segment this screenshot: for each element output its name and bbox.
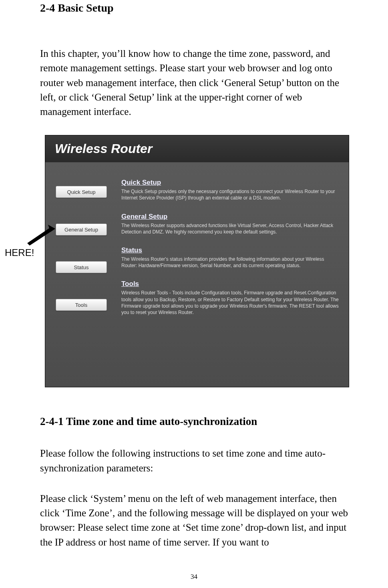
screenshot-container: HERE! Wireless Router Quick Setup Genera… (45, 135, 352, 387)
screenshot-body: Quick Setup General Setup Status Tools Q… (45, 163, 349, 387)
general-setup-link[interactable]: General Setup (121, 213, 341, 221)
subsection-heading: 2-4-1 Time zone and time auto-synchroniz… (40, 415, 352, 428)
tools-link[interactable]: Tools (121, 280, 341, 288)
section-quick-setup: Quick Setup The Quick Setup provides onl… (121, 179, 341, 201)
router-screenshot: Wireless Router Quick Setup General Setu… (45, 135, 349, 387)
section-heading: 2-4 Basic Setup (40, 2, 352, 14)
annotation-here: HERE! (5, 247, 34, 258)
section-tools: Tools Wireless Router Tools - Tools incl… (121, 280, 341, 316)
quick-setup-button[interactable]: Quick Setup (56, 186, 107, 198)
section-status: Status The Wireless Router's status info… (121, 246, 341, 269)
screenshot-content: Quick Setup The Quick Setup provides onl… (113, 179, 349, 375)
status-button[interactable]: Status (56, 261, 107, 273)
status-desc: The Wireless Router's status information… (121, 256, 341, 269)
general-setup-button[interactable]: General Setup (56, 224, 107, 236)
svg-marker-1 (27, 228, 53, 246)
tools-desc: Wireless Router Tools - Tools include Co… (121, 290, 341, 316)
screenshot-title: Wireless Router (55, 141, 152, 156)
section-general-setup: General Setup The Wireless Router suppor… (121, 213, 341, 235)
page-number: 34 (0, 573, 388, 581)
tools-button[interactable]: Tools (56, 299, 107, 311)
screenshot-header: Wireless Router (45, 135, 349, 163)
paragraph-2: Please follow the following instructions… (40, 446, 352, 475)
quick-setup-desc: The Quick Setup provides only the necess… (121, 188, 341, 201)
quick-setup-link[interactable]: Quick Setup (121, 179, 341, 187)
intro-paragraph: In this chapter, you’ll know how to chan… (40, 46, 352, 119)
status-link[interactable]: Status (121, 246, 341, 254)
general-setup-desc: The Wireless Router supports advanced fu… (121, 222, 341, 235)
arrow-icon (24, 224, 56, 248)
screenshot-sidebar: Quick Setup General Setup Status Tools (45, 179, 113, 375)
paragraph-3: Please click ‘System’ menu on the left o… (40, 491, 352, 550)
